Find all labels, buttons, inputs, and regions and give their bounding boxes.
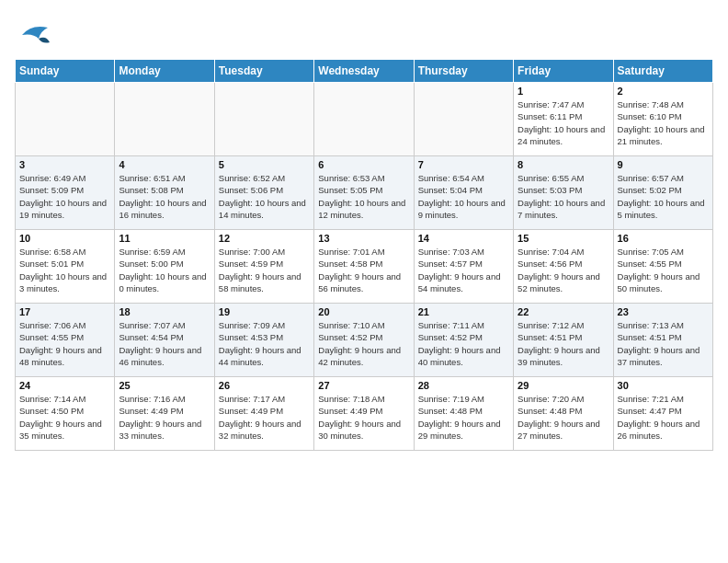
day-info: Sunrise: 7:06 AM Sunset: 4:55 PM Dayligh… [19,319,110,368]
day-number: 30 [618,380,709,391]
day-number: 9 [618,159,709,170]
day-cell: 8Sunrise: 6:55 AM Sunset: 5:03 PM Daylig… [514,156,613,230]
day-cell: 16Sunrise: 7:05 AM Sunset: 4:55 PM Dayli… [613,230,712,304]
day-number: 13 [318,233,409,244]
day-info: Sunrise: 7:03 AM Sunset: 4:57 PM Dayligh… [418,246,509,294]
day-cell: 5Sunrise: 6:52 AM Sunset: 5:06 PM Daylig… [214,156,313,230]
day-cell: 23Sunrise: 7:13 AM Sunset: 4:51 PM Dayli… [613,304,712,377]
day-number: 2 [618,86,709,97]
day-cell [314,83,414,156]
week-row-2: 10Sunrise: 6:58 AM Sunset: 5:01 PM Dayli… [16,230,713,304]
day-info: Sunrise: 7:04 AM Sunset: 4:56 PM Dayligh… [518,246,609,294]
day-cell: 29Sunrise: 7:20 AM Sunset: 4:48 PM Dayli… [514,377,613,451]
day-number: 17 [19,306,110,317]
day-number: 22 [518,306,609,317]
day-number: 7 [418,159,509,170]
day-cell: 26Sunrise: 7:17 AM Sunset: 4:49 PM Dayli… [214,377,313,451]
day-number: 23 [618,306,709,317]
day-info: Sunrise: 7:09 AM Sunset: 4:53 PM Dayligh… [219,319,310,368]
day-cell: 14Sunrise: 7:03 AM Sunset: 4:57 PM Dayli… [414,230,513,304]
weekday-header-friday: Friday [514,60,613,83]
day-cell: 17Sunrise: 7:06 AM Sunset: 4:55 PM Dayli… [16,304,115,377]
day-cell: 20Sunrise: 7:10 AM Sunset: 4:52 PM Dayli… [314,304,414,377]
day-number: 27 [318,380,409,391]
day-cell: 9Sunrise: 6:57 AM Sunset: 5:02 PM Daylig… [613,156,712,230]
day-info: Sunrise: 6:52 AM Sunset: 5:06 PM Dayligh… [219,172,310,221]
week-row-1: 3Sunrise: 6:49 AM Sunset: 5:09 PM Daylig… [16,156,713,230]
weekday-header-monday: Monday [115,60,214,83]
day-cell: 30Sunrise: 7:21 AM Sunset: 4:47 PM Dayli… [613,377,712,451]
weekday-header-tuesday: Tuesday [214,60,313,83]
day-info: Sunrise: 7:48 AM Sunset: 6:10 PM Dayligh… [618,98,709,147]
day-info: Sunrise: 7:13 AM Sunset: 4:51 PM Dayligh… [618,319,709,368]
day-cell: 6Sunrise: 6:53 AM Sunset: 5:05 PM Daylig… [314,156,414,230]
day-cell: 25Sunrise: 7:16 AM Sunset: 4:49 PM Dayli… [115,377,214,451]
day-info: Sunrise: 7:14 AM Sunset: 4:50 PM Dayligh… [19,393,110,442]
day-number: 8 [518,159,609,170]
logo-icon [15,15,51,52]
day-cell: 2Sunrise: 7:48 AM Sunset: 6:10 PM Daylig… [613,83,712,156]
day-cell: 1Sunrise: 7:47 AM Sunset: 6:11 PM Daylig… [514,83,613,156]
day-number: 6 [318,159,409,170]
day-info: Sunrise: 6:57 AM Sunset: 5:02 PM Dayligh… [618,172,709,221]
day-cell: 11Sunrise: 6:59 AM Sunset: 5:00 PM Dayli… [115,230,214,304]
day-number: 14 [418,233,509,244]
day-info: Sunrise: 7:16 AM Sunset: 4:49 PM Dayligh… [119,393,210,442]
day-number: 20 [318,306,409,317]
day-cell: 4Sunrise: 6:51 AM Sunset: 5:08 PM Daylig… [115,156,214,230]
day-info: Sunrise: 7:18 AM Sunset: 4:49 PM Dayligh… [318,393,409,442]
day-cell: 15Sunrise: 7:04 AM Sunset: 4:56 PM Dayli… [514,230,613,304]
day-cell: 28Sunrise: 7:19 AM Sunset: 4:48 PM Dayli… [414,377,513,451]
day-number: 28 [418,380,509,391]
weekday-header-sunday: Sunday [16,60,115,83]
day-cell: 12Sunrise: 7:00 AM Sunset: 4:59 PM Dayli… [214,230,313,304]
day-cell: 3Sunrise: 6:49 AM Sunset: 5:09 PM Daylig… [16,156,115,230]
day-info: Sunrise: 7:47 AM Sunset: 6:11 PM Dayligh… [518,98,609,147]
weekday-header-wednesday: Wednesday [314,60,414,83]
day-info: Sunrise: 7:11 AM Sunset: 4:52 PM Dayligh… [418,319,509,368]
weekday-header-saturday: Saturday [613,60,712,83]
day-cell: 27Sunrise: 7:18 AM Sunset: 4:49 PM Dayli… [314,377,414,451]
day-info: Sunrise: 7:21 AM Sunset: 4:47 PM Dayligh… [618,393,709,442]
day-cell: 18Sunrise: 7:07 AM Sunset: 4:54 PM Dayli… [115,304,214,377]
day-number: 4 [119,159,210,170]
day-cell: 10Sunrise: 6:58 AM Sunset: 5:01 PM Dayli… [16,230,115,304]
day-cell: 7Sunrise: 6:54 AM Sunset: 5:04 PM Daylig… [414,156,513,230]
day-info: Sunrise: 7:10 AM Sunset: 4:52 PM Dayligh… [318,319,409,368]
day-info: Sunrise: 7:17 AM Sunset: 4:49 PM Dayligh… [219,393,310,442]
weekday-header-row: SundayMondayTuesdayWednesdayThursdayFrid… [16,60,713,83]
day-number: 24 [19,380,110,391]
day-info: Sunrise: 6:53 AM Sunset: 5:05 PM Dayligh… [318,172,409,221]
day-cell: 24Sunrise: 7:14 AM Sunset: 4:50 PM Dayli… [16,377,115,451]
day-cell [214,83,313,156]
week-row-4: 24Sunrise: 7:14 AM Sunset: 4:50 PM Dayli… [16,377,713,451]
day-number: 21 [418,306,509,317]
week-row-3: 17Sunrise: 7:06 AM Sunset: 4:55 PM Dayli… [16,304,713,377]
day-info: Sunrise: 6:54 AM Sunset: 5:04 PM Dayligh… [418,172,509,221]
week-row-0: 1Sunrise: 7:47 AM Sunset: 6:11 PM Daylig… [16,83,713,156]
day-info: Sunrise: 6:51 AM Sunset: 5:08 PM Dayligh… [119,172,210,221]
day-info: Sunrise: 6:49 AM Sunset: 5:09 PM Dayligh… [19,172,110,221]
day-cell [16,83,115,156]
day-info: Sunrise: 7:19 AM Sunset: 4:48 PM Dayligh… [418,393,509,442]
day-info: Sunrise: 6:58 AM Sunset: 5:01 PM Dayligh… [19,246,110,294]
day-cell [115,83,214,156]
day-number: 15 [518,233,609,244]
day-cell [414,83,513,156]
day-number: 3 [19,159,110,170]
weekday-header-thursday: Thursday [414,60,513,83]
page-header [15,15,713,52]
day-info: Sunrise: 7:01 AM Sunset: 4:58 PM Dayligh… [318,246,409,294]
calendar: SundayMondayTuesdayWednesdayThursdayFrid… [15,59,713,451]
day-cell: 13Sunrise: 7:01 AM Sunset: 4:58 PM Dayli… [314,230,414,304]
day-number: 16 [618,233,709,244]
day-number: 26 [219,380,310,391]
day-info: Sunrise: 7:00 AM Sunset: 4:59 PM Dayligh… [219,246,310,294]
day-info: Sunrise: 6:55 AM Sunset: 5:03 PM Dayligh… [518,172,609,221]
day-cell: 22Sunrise: 7:12 AM Sunset: 4:51 PM Dayli… [514,304,613,377]
day-info: Sunrise: 7:12 AM Sunset: 4:51 PM Dayligh… [518,319,609,368]
day-info: Sunrise: 7:20 AM Sunset: 4:48 PM Dayligh… [518,393,609,442]
day-cell: 19Sunrise: 7:09 AM Sunset: 4:53 PM Dayli… [214,304,313,377]
day-number: 11 [119,233,210,244]
day-info: Sunrise: 6:59 AM Sunset: 5:00 PM Dayligh… [119,246,210,294]
